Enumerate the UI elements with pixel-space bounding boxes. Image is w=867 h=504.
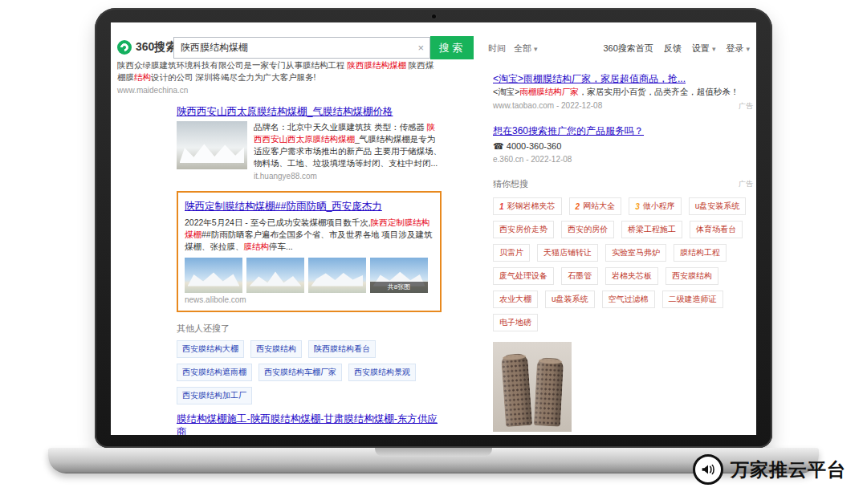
rank-badge: 2 [576,202,580,211]
related-search-tag[interactable]: 西安膜结构加工厂 [177,387,252,404]
membrane-structure-image [250,270,302,286]
related-searches: 其他人还搜了 西安膜结构大棚 西安膜结构 陕西膜结构看台 西安膜结构遮雨棚 西安… [177,323,442,404]
suggestion-chip[interactable]: 二级建造师证 [662,291,723,308]
suggestion-chip[interactable]: 西安的房价 [561,221,614,238]
result-snippet: 2022年5月24日 - 至今已成功安装煤棚项目数千次,陕西定制膜结构煤棚##防… [185,217,434,253]
suggestion-chip[interactable]: 农业大棚 [493,291,538,308]
perforated-filter-cylinder [501,353,532,427]
nav-feedback-link[interactable]: 反馈 [664,43,682,55]
suggestion-chip[interactable]: 2网站大全 [569,197,622,215]
result-thumbnail[interactable] [177,121,247,169]
suggestion-label: 网站大全 [583,201,615,212]
nav-home-link[interactable]: 360搜索首页 [603,43,653,55]
scope-filter[interactable]: 全部 ▾ [514,43,538,55]
promo-url: e.360.cn - 2022-12-08 [493,155,572,164]
nav-login-menu[interactable]: 登录 ▾ [726,43,750,55]
suggestion-chip[interactable]: 岩棉夹芯板 [605,267,658,285]
suggestion-label: 彩钢岩棉夹芯 [507,201,556,212]
related-search-tag[interactable]: 西安膜结构遮雨棚 [177,364,252,381]
suggestion-chip[interactable]: 3做小程序 [629,197,682,215]
rank-badge: 1 [499,202,504,211]
suggestion-label: 废气处理设备 [499,270,547,282]
search-box[interactable]: × [173,37,430,59]
result-thumbnail[interactable] [185,258,242,293]
related-search-tag[interactable]: 西安膜结构 [250,340,302,358]
suggestion-chip[interactable]: 膜结构工程 [674,244,727,262]
related-search-tag[interactable]: 西安膜结构大棚 [177,340,244,358]
related-tags: 西安膜结构大棚 西安膜结构 陕西膜结构看台 西安膜结构遮雨棚 西安膜结构车棚厂家… [177,340,442,404]
stage: 360搜索 × 搜索 时间 全部 ▾ 360搜索首页 反馈 设置 ▾ [0,0,867,504]
result-thumbnail[interactable] [246,258,304,293]
result-title-link[interactable]: 膜结构煤棚施工-陕西膜结构煤棚-甘肃膜结构煤棚-东方供应商 [177,413,442,435]
megaphone-icon [693,454,723,485]
phone-icon: ☎ [493,141,504,151]
suggestion-chip[interactable]: 实验室马弗炉 [605,244,666,262]
chevron-down-icon: ▾ [746,45,750,53]
suggestion-chip[interactable]: 电子地磅 [493,314,538,331]
results-column: 陕西众绿膜建筑环境科技有限公司是一家专门从事膜结构工程 陕西膜结构煤棚 陕西煤棚… [177,59,442,435]
result-thumbnail[interactable] [308,258,366,293]
result-title-link[interactable]: 陕西西安山西太原膜结构煤棚_气膜结构煤棚价格 [177,106,393,119]
top-nav: 360搜索首页 反馈 设置 ▾ 登录 ▾ [603,43,750,55]
suggestion-label: 西安的房价 [568,224,608,235]
search-button[interactable]: 搜索 [430,36,474,59]
search-input[interactable] [181,43,417,54]
related-search-tag[interactable]: 西安膜结构景观 [348,364,416,381]
suggestion-label: 西安房价走势 [499,224,547,235]
suggestion-label: 岩棉夹芯板 [612,270,652,282]
suggestion-label: 空气过滤棉 [609,294,649,305]
suggestion-chip[interactable]: 石墨管 [561,267,598,285]
suggestion-chip[interactable]: 体育场看台 [690,221,743,238]
suggestion-chip[interactable]: u盘装系统 [545,291,595,308]
suggestions-title: 猜你想搜 [493,178,528,190]
result-url: it.huangye88.com [254,172,442,181]
thumbnail-strip: 共8张图 [185,258,434,293]
suggestions-header-row: 猜你想搜 广告 [493,178,753,190]
phone-row: ☎ 4000-360-360 [493,141,753,152]
suggestion-label: 天猫店铺转让 [543,247,592,258]
suggestion-chip[interactable]: 废气处理设备 [493,267,554,285]
result-url: www.maidechina.cn [117,86,437,95]
suggestion-chips: 1彩钢岩棉夹芯 2网站大全 3做小程序 u盘安装系统 西安房价走势 西安的房价 … [493,197,753,331]
image-count-overlay: 共8张图 [370,282,428,293]
result-snippet: 陕西众绿膜建筑环境科技有限公司是一家专门从事膜结构工程 陕西膜结构煤棚 陕西煤棚… [117,59,437,83]
chevron-down-icon: ▾ [712,45,716,53]
search-engine-logo[interactable]: 360搜索 [117,40,177,55]
membrane-structure-image [188,270,240,286]
membrane-structure-image [311,270,364,286]
suggestion-chip[interactable]: 西安膜结构 [666,267,718,285]
promo-item: 想在360搜索推广您的产品服务吗？ ☎ 4000-360-360 e.360.c… [493,123,753,165]
clear-icon[interactable]: × [417,43,424,53]
suggestion-chip[interactable]: u盘安装系统 [689,197,747,215]
suggestion-chip[interactable]: 西安房价走势 [493,221,554,238]
suggestion-label: 做小程序 [643,201,675,212]
ad-badge: 广告 [739,179,753,189]
result-filters: 时间 全部 ▾ [488,43,538,55]
result-partial: 陕西众绿膜建筑环境科技有限公司是一家专门从事膜结构工程 陕西膜结构煤棚 陕西煤棚… [117,59,437,95]
result-title-link[interactable]: 陕西定制膜结构煤棚##防雨防晒_西安庞杰力 [185,201,382,213]
webcam-dot [432,14,436,18]
suggestion-label: 体育场看台 [696,224,736,235]
promo-url-row: e.360.cn - 2022-12-08 [493,155,753,164]
ad-title-link[interactable]: <淘宝>雨棚膜结构厂家，家居超值商品，抢... [493,73,686,86]
chevron-down-icon: ▾ [534,45,538,53]
suggestion-chip[interactable]: 空气过滤棉 [602,291,655,308]
suggestion-label: 二级建造师证 [669,294,717,305]
ad-url-row: www.taobao.com - 2022-12-08 广告 [493,101,753,112]
related-searches-header: 其他人还搜了 [177,323,442,335]
membrane-structure-image [180,140,245,163]
nav-settings-menu[interactable]: 设置 ▾ [692,43,716,55]
suggestion-chip[interactable]: 天猫店铺转让 [537,244,598,262]
highlighted-result: 陕西定制膜结构煤棚##防雨防晒_西安庞杰力 2022年5月24日 - 至今已成功… [177,191,442,312]
result-thumbnail[interactable]: 共8张图 [370,258,428,293]
product-photo[interactable] [493,342,572,432]
related-search-tag[interactable]: 西安膜结构车棚厂家 [258,364,342,381]
suggestion-chip[interactable]: 1彩钢岩棉夹芯 [493,197,562,215]
result-url: news.alibole.com [185,295,434,304]
time-filter[interactable]: 时间 [488,43,506,55]
related-search-tag[interactable]: 陕西膜结构看台 [308,340,376,358]
ad-url: www.taobao.com - 2022-12-08 [493,101,602,112]
suggestion-chip[interactable]: 桥梁工程施工 [621,221,682,238]
promo-title-link[interactable]: 想在360搜索推广您的产品服务吗？ [493,125,644,138]
suggestion-chip[interactable]: 贝雷片 [493,244,530,262]
